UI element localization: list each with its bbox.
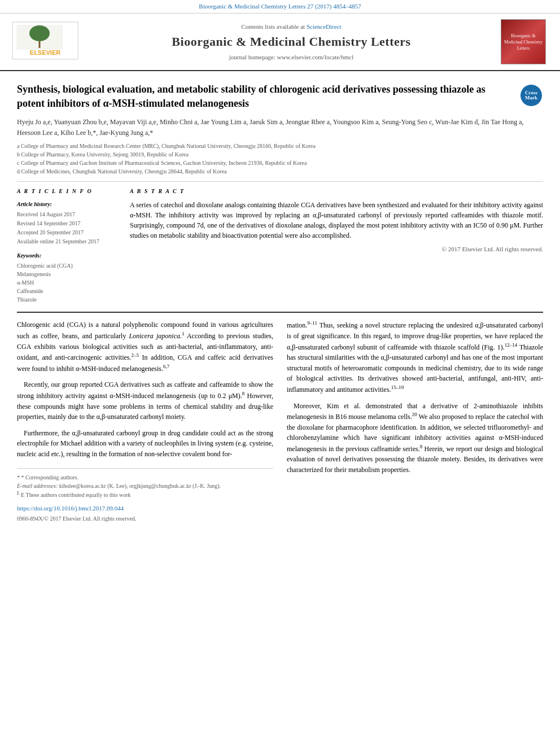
footnote-corresponding: * * Corresponding authors. — [17, 473, 273, 482]
body-columns: Chlorogenic acid (CGA) is a natural poly… — [17, 320, 543, 523]
keyword-3: Caffeamide — [17, 287, 119, 295]
revised-date: Revised 14 September 2017 — [17, 220, 80, 226]
contents-line: Contents lists available at ScienceDirec… — [85, 23, 498, 31]
article-history: Article history: Received 14 August 2017… — [17, 200, 119, 246]
received-date: Received 14 August 2017 — [17, 211, 75, 217]
article-footer: * * Corresponding authors. E-mail addres… — [17, 468, 273, 523]
authors-text: Hyeju Jo a,e, Yuanyuan Zhou b,e, Mayavan… — [17, 118, 524, 137]
accepted-date: Accepted 20 September 2017 — [17, 229, 84, 235]
keyword-4: Thiazole — [17, 295, 119, 304]
keyword-1: Melanogenesis — [17, 270, 119, 278]
article-meta-row: A R T I C L E I N F O Article history: R… — [17, 187, 543, 304]
body-para-3: Furthermore, the α,β-unsaturated carbony… — [17, 428, 273, 460]
journal-logo-area: ELSEVIER — [11, 21, 85, 63]
journal-title: Bioorganic & Medicinal Chemistry Letters — [85, 33, 498, 51]
body-para-5: Moreover, Kim et al. demonstrated that a… — [287, 401, 543, 475]
section-divider — [17, 181, 543, 182]
body-divider — [17, 312, 543, 313]
footer-issn: 0960-894X/© 2017 Elsevier Ltd. All right… — [17, 514, 273, 523]
body-left-col: Chlorogenic acid (CGA) is a natural poly… — [17, 320, 273, 523]
article-info-col: A R T I C L E I N F O Article history: R… — [17, 187, 119, 304]
elsevier-logo-icon: ELSEVIER — [11, 21, 79, 60]
body-right-col: mation.9–11 Thus, seeking a novel struct… — [287, 320, 543, 523]
svg-point-3 — [29, 25, 50, 41]
body-para-2: Recently, our group reported CGA derivat… — [17, 379, 273, 422]
crossmark-icon: CrossMark — [520, 85, 542, 106]
footnote-email: E-mail addresses: kiholee@korea.ac.kr (K… — [17, 482, 273, 490]
page: Bioorganic & Medicinal Chemistry Letters… — [0, 0, 560, 747]
email-addresses: kiholee@korea.ac.kr (K. Lee), orgjkjung@… — [59, 483, 221, 489]
affiliation-c: c College of Pharmacy and Gachon Institu… — [17, 159, 543, 167]
doi-link[interactable]: https://doi.org/10.1016/j.bmcl.2017.09.0… — [17, 505, 124, 512]
article-title: Synthesis, biological evaluation, and me… — [17, 82, 515, 110]
footer-links: https://doi.org/10.1016/j.bmcl.2017.09.0… — [17, 503, 273, 514]
available-date: Available online 21 September 2017 — [17, 238, 99, 244]
abstract-col: A B S T R A C T A series of catechol and… — [130, 187, 543, 304]
article-content: Synthesis, biological evaluation, and me… — [0, 71, 560, 535]
abstract-header: A B S T R A C T — [130, 187, 543, 195]
article-title-section: Synthesis, biological evaluation, and me… — [17, 82, 543, 110]
keywords-label: Keywords: — [17, 252, 119, 260]
sciencedirect-link[interactable]: ScienceDirect — [307, 23, 342, 30]
keywords-section: Keywords: Chlorogenic acid (CGA) Melanog… — [17, 252, 119, 304]
cover-label: Bioorganic & Medicinal Chemistry Letters — [504, 33, 543, 52]
journal-header-center: Contents lists available at ScienceDirec… — [85, 23, 498, 62]
history-label: Article history: — [17, 200, 119, 209]
abstract-text: A series of catechol and dioxolane analo… — [130, 200, 543, 241]
abstract-copyright: © 2017 Elsevier Ltd. All rights reserved… — [130, 245, 543, 254]
keyword-2: α-MSH — [17, 278, 119, 287]
body-para-4: mation.9–11 Thus, seeking a novel struct… — [287, 320, 543, 395]
svg-text:ELSEVIER: ELSEVIER — [30, 49, 60, 56]
article-info-header: A R T I C L E I N F O — [17, 187, 119, 195]
journal-top-bar: Bioorganic & Medicinal Chemistry Letters… — [0, 0, 560, 14]
keyword-0: Chlorogenic acid (CGA) — [17, 261, 119, 270]
footnote-equal: E E These authors contributed equally to… — [17, 490, 273, 499]
affiliation-b: b College of Pharmacy, Korea University,… — [17, 150, 543, 159]
body-para-1: Chlorogenic acid (CGA) is a natural poly… — [17, 320, 273, 374]
journal-cover-thumbnail: Bioorganic & Medicinal Chemistry Letters — [501, 19, 546, 64]
journal-citation: Bioorganic & Medicinal Chemistry Letters… — [199, 3, 361, 10]
affiliation-a: a College of Pharmacy and Medicinal Rese… — [17, 142, 543, 150]
affiliation-d: d College of Medicines, Chungbuk Nationa… — [17, 167, 543, 176]
authors-line: Hyeju Jo a,e, Yuanyuan Zhou b,e, Mayavan… — [17, 117, 543, 138]
journal-header: ELSEVIER Contents lists available at Sci… — [0, 14, 560, 71]
journal-cover-area: Bioorganic & Medicinal Chemistry Letters — [498, 19, 549, 64]
affiliation-section: a College of Pharmacy and Medicinal Rese… — [17, 142, 543, 176]
crossmark-badge: CrossMark — [520, 85, 543, 107]
journal-homepage: journal homepage: www.elsevier.com/locat… — [85, 53, 498, 62]
